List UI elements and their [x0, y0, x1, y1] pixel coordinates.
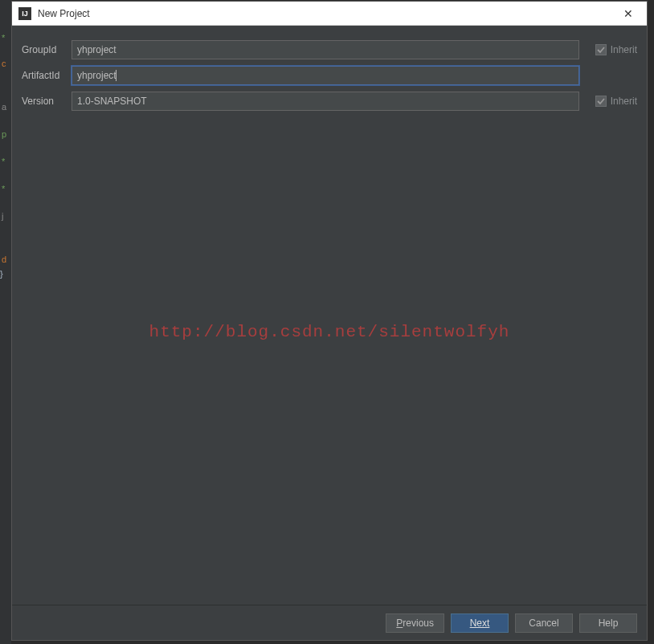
checkbox-checked-icon[interactable]	[595, 44, 607, 55]
cancel-button[interactable]: Cancel	[515, 613, 573, 633]
artifactid-row: ArtifactId yhproject	[22, 66, 637, 85]
editor-gutter: * c a p * * j d }	[0, 0, 11, 644]
app-icon: IJ	[18, 7, 31, 20]
next-button[interactable]: Next	[451, 613, 509, 633]
checkbox-checked-icon[interactable]	[595, 96, 607, 107]
window-title: New Project	[38, 8, 616, 19]
version-row: Version Inherit	[22, 92, 637, 111]
inherit-label: Inherit	[611, 96, 637, 107]
new-project-dialog: IJ New Project ✕ GroupId Inherit Artifac…	[11, 1, 648, 641]
version-label: Version	[22, 96, 72, 107]
text-caret	[116, 70, 116, 81]
inherit-label: Inherit	[611, 44, 637, 55]
artifactid-input[interactable]: yhproject	[72, 66, 579, 85]
groupid-row: GroupId Inherit	[22, 40, 637, 59]
help-button[interactable]: Help	[579, 613, 637, 633]
version-input[interactable]	[72, 92, 579, 111]
groupid-label: GroupId	[22, 44, 72, 55]
dialog-footer: Previous Next Cancel Help	[12, 605, 647, 640]
close-icon[interactable]: ✕	[616, 2, 640, 25]
watermark-text: http://blog.csdn.net/silentwolfyh	[12, 323, 647, 341]
dialog-content: GroupId Inherit ArtifactId yhproject Ver…	[12, 26, 647, 605]
groupid-input[interactable]	[72, 40, 579, 59]
titlebar: IJ New Project ✕	[12, 2, 647, 26]
version-inherit[interactable]: Inherit	[579, 96, 637, 107]
previous-button[interactable]: Previous	[386, 613, 444, 633]
groupid-inherit[interactable]: Inherit	[579, 44, 637, 55]
artifactid-label: ArtifactId	[22, 70, 72, 81]
